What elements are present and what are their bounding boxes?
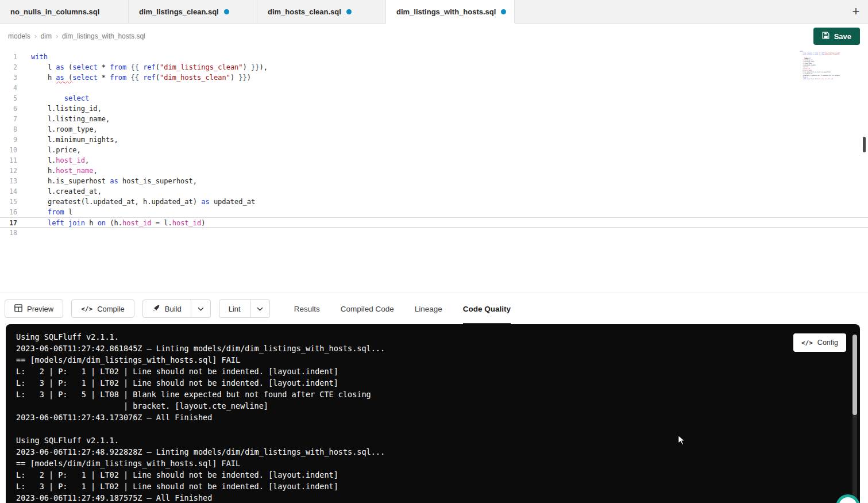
tab-bar-filler: + bbox=[515, 0, 868, 24]
save-button[interactable]: Save bbox=[813, 28, 860, 45]
code-line[interactable]: 18 bbox=[0, 228, 868, 238]
line-number: 7 bbox=[0, 114, 17, 124]
build-button[interactable]: Build bbox=[142, 300, 191, 318]
code-line[interactable]: 14 l.created_at, bbox=[0, 186, 868, 197]
code-icon: </> bbox=[81, 305, 92, 313]
code-text: l.listing_name, bbox=[17, 114, 110, 124]
lint-dropdown-chevron[interactable] bbox=[250, 300, 270, 318]
line-number: 2 bbox=[0, 62, 17, 72]
code-text: select bbox=[17, 93, 89, 103]
code-text: greatest(l.updated_at, h.updated_at) as … bbox=[17, 197, 255, 207]
breadcrumb: models›dim›dim_listings_with_hosts.sql bbox=[8, 32, 145, 40]
line-number: 6 bbox=[0, 103, 17, 114]
tab-label: dim_listings_clean.sql bbox=[139, 7, 219, 16]
line-number: 5 bbox=[0, 93, 17, 103]
code-lines: 1with2 l as (select * from {{ ref("dim_l… bbox=[0, 52, 868, 238]
new-tab-button[interactable]: + bbox=[844, 0, 868, 23]
code-line[interactable]: 9 l.minimum_nights, bbox=[0, 135, 868, 145]
code-line[interactable]: 13 h.is_superhost as host_is_superhost, bbox=[0, 176, 868, 186]
code-line[interactable]: 4 bbox=[0, 83, 868, 93]
code-line bbox=[798, 80, 840, 82]
code-text: l.minimum_nights, bbox=[17, 135, 118, 145]
code-text: left join h on (h.host_id = l.host_id) bbox=[798, 78, 833, 80]
preview-button[interactable]: Preview bbox=[5, 300, 63, 318]
rocket-icon bbox=[152, 304, 160, 314]
line-number: 9 bbox=[0, 135, 17, 145]
tab-label: no_nulls_in_columns.sql bbox=[10, 7, 99, 16]
line-number: 11 bbox=[0, 155, 17, 166]
code-text: from l bbox=[17, 207, 72, 217]
editor-tab[interactable]: no_nulls_in_columns.sql bbox=[0, 0, 129, 24]
compile-label: Compile bbox=[97, 305, 125, 313]
editor-tab[interactable]: dim_listings_clean.sql bbox=[129, 0, 257, 24]
line-number: 3 bbox=[0, 72, 17, 83]
code-text: h as (select * from {{ ref("dim_hosts_cl… bbox=[798, 54, 840, 56]
breadcrumb-item[interactable]: dim bbox=[41, 32, 52, 40]
code-line[interactable]: 16 from l bbox=[0, 207, 868, 217]
lint-button[interactable]: Lint bbox=[219, 300, 250, 318]
code-text: l.created_at, bbox=[17, 186, 102, 197]
compile-button[interactable]: </> Compile bbox=[71, 300, 134, 318]
panel-tab-results[interactable]: Results bbox=[294, 293, 320, 324]
code-line[interactable]: 12 h.host_name, bbox=[0, 166, 868, 176]
code-line: h as (select * from {{ ref("dim_hosts_cl… bbox=[798, 54, 840, 56]
terminal-scrollbar-thumb[interactable] bbox=[852, 335, 857, 415]
code-line[interactable]: 11 l.host_id, bbox=[0, 155, 868, 166]
unsaved-dot-icon bbox=[224, 9, 229, 14]
code-text: h.host_name, bbox=[17, 166, 98, 176]
config-button[interactable]: </> Config bbox=[793, 333, 846, 352]
code-line[interactable]: 1with bbox=[0, 52, 868, 62]
code-line[interactable]: 6 l.listing_id, bbox=[0, 103, 868, 114]
minimap[interactable]: with l as (select * from {{ ref("dim_lis… bbox=[798, 51, 840, 82]
line-number: 4 bbox=[0, 83, 17, 93]
code-text bbox=[17, 228, 35, 238]
code-line[interactable]: 5 select bbox=[0, 93, 868, 103]
panel-tab-code-quality[interactable]: Code Quality bbox=[463, 293, 511, 324]
unsaved-dot-icon bbox=[346, 9, 352, 14]
code-line[interactable]: 8 l.room_type, bbox=[0, 124, 868, 135]
code-line[interactable]: 3 h as (select * from {{ ref("dim_hosts_… bbox=[0, 72, 868, 83]
code-line[interactable]: 15 greatest(l.updated_at, h.updated_at) … bbox=[0, 197, 868, 207]
save-label: Save bbox=[834, 32, 851, 41]
breadcrumb-separator-icon: › bbox=[34, 32, 37, 40]
terminal-output: Using SQLFluff v2.1.1. 2023-06-06T11:27:… bbox=[16, 331, 850, 503]
line-number: 16 bbox=[0, 207, 17, 217]
panel-tab-compiled-code[interactable]: Compiled Code bbox=[341, 293, 394, 324]
unsaved-dot-icon bbox=[501, 9, 506, 14]
code-icon: </> bbox=[801, 339, 813, 347]
tab-label: dim_listings_with_hosts.sql bbox=[396, 7, 496, 16]
lint-output-terminal[interactable]: Using SQLFluff v2.1.1. 2023-06-06T11:27:… bbox=[6, 324, 860, 503]
file-header: models›dim›dim_listings_with_hosts.sql S… bbox=[0, 24, 868, 49]
code-text: h.is_superhost as host_is_superhost, bbox=[17, 176, 197, 186]
line-number: 18 bbox=[0, 228, 17, 238]
breadcrumb-item[interactable]: models bbox=[8, 32, 30, 40]
line-number: 17 bbox=[0, 218, 17, 227]
code-text: l.listing_id, bbox=[17, 103, 102, 114]
code-text: left join h on (h.host_id = l.host_id) bbox=[17, 218, 206, 227]
editor-tab[interactable]: dim_listings_with_hosts.sql bbox=[386, 0, 515, 24]
line-number: 15 bbox=[0, 197, 17, 207]
tab-label: dim_hosts_clean.sql bbox=[268, 7, 341, 16]
build-split-button: Build bbox=[142, 300, 211, 318]
action-toolbar: Preview </> Compile Build Lint bbox=[0, 293, 868, 324]
preview-grid-icon bbox=[14, 304, 22, 314]
panel-tab-lineage[interactable]: Lineage bbox=[415, 293, 442, 324]
line-number: 13 bbox=[0, 176, 17, 186]
code-text: l.price, bbox=[17, 145, 81, 155]
code-editor[interactable]: 1with2 l as (select * from {{ ref("dim_l… bbox=[0, 49, 868, 293]
code-text: l.host_id, bbox=[17, 155, 89, 166]
code-line[interactable]: 7 l.listing_name, bbox=[0, 114, 868, 124]
line-number: 10 bbox=[0, 145, 17, 155]
code-text: l as (select * from {{ ref("dim_listings… bbox=[17, 62, 268, 72]
code-line[interactable]: 2 l as (select * from {{ ref("dim_listin… bbox=[0, 62, 868, 72]
editor-tab[interactable]: dim_hosts_clean.sql bbox=[257, 0, 386, 24]
code-line[interactable]: 10 l.price, bbox=[0, 145, 868, 155]
code-line[interactable]: 17 left join h on (h.host_id = l.host_id… bbox=[0, 217, 868, 228]
build-label: Build bbox=[165, 305, 182, 313]
editor-scrollbar[interactable] bbox=[863, 137, 866, 152]
preview-label: Preview bbox=[27, 305, 53, 313]
save-icon bbox=[822, 32, 830, 41]
breadcrumb-item[interactable]: dim_listings_with_hosts.sql bbox=[62, 32, 145, 40]
build-dropdown-chevron[interactable] bbox=[191, 300, 211, 318]
terminal-scrollbar[interactable] bbox=[852, 335, 857, 502]
